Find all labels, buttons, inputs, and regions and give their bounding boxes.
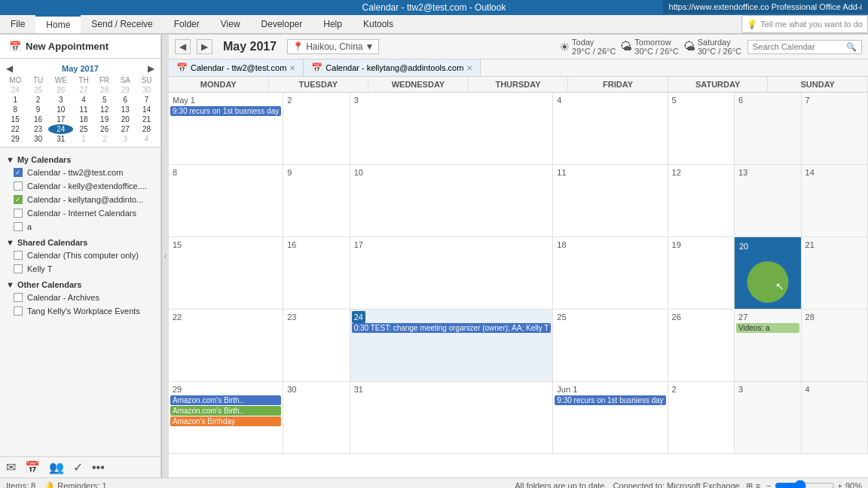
cal-cell-jun4[interactable]: 4 xyxy=(802,382,868,454)
zoom-slider[interactable] xyxy=(775,480,835,488)
mini-cal-day[interactable]: 4 xyxy=(73,95,94,105)
cal-cell-may1[interactable]: May 1 9:30 recurs on 1st busniess day xyxy=(169,93,283,165)
mini-cal-day[interactable]: 30 xyxy=(28,134,49,144)
other-calendars-header[interactable]: ▼ Other Calendars xyxy=(0,276,160,291)
cal-location[interactable]: 📍 Haikou, China ▼ xyxy=(287,39,379,54)
mini-cal-day[interactable]: 30 xyxy=(136,85,157,95)
tasks-nav-icon[interactable]: ✓ xyxy=(73,460,83,474)
my-calendars-header[interactable]: ▼ My Calendars xyxy=(0,151,160,166)
mini-cal-day[interactable]: 1 xyxy=(73,134,94,144)
mini-cal-day[interactable]: 8 xyxy=(3,105,28,114)
cal-cell-may14[interactable]: 14 xyxy=(802,165,868,237)
mini-cal-day[interactable]: 4 xyxy=(136,134,157,144)
calendar-view-icon[interactable]: ⊞ xyxy=(746,481,753,489)
cal-tab-close-kellytang[interactable]: ✕ xyxy=(466,64,472,72)
cal-cell-may30[interactable]: 30 xyxy=(283,382,350,454)
mini-cal-day[interactable]: 24 xyxy=(3,85,28,95)
cal-next-button[interactable]: ▶ xyxy=(197,39,212,54)
calendar-grid-scroll[interactable]: May 1 9:30 recurs on 1st busniess day 2 … xyxy=(169,93,868,477)
cal-cell-jun3[interactable]: 3 xyxy=(735,382,801,454)
cal-tab-kellytang[interactable]: 📅 Calendar - kellytang@addintools.com ✕ xyxy=(304,59,481,76)
calendar-checkbox-ttw2[interactable]: ✓ xyxy=(14,168,23,177)
shared-calendars-header[interactable]: ▼ Shared Calendars xyxy=(0,233,160,249)
tab-home[interactable]: Home xyxy=(35,15,81,33)
cal-cell-may22[interactable]: 22 xyxy=(169,310,283,382)
cal-cell-may26[interactable]: 26 xyxy=(668,310,735,382)
cal-tab-ttw2[interactable]: 📅 Calendar - ttw2@test.com ✕ xyxy=(169,59,304,76)
calendar-checkbox-archives[interactable] xyxy=(14,293,23,302)
tab-view[interactable]: View xyxy=(210,15,251,33)
mini-cal-day[interactable]: 26 xyxy=(48,85,73,95)
more-nav-icon[interactable]: ••• xyxy=(92,461,105,474)
tab-folder[interactable]: Folder xyxy=(164,15,210,33)
mini-cal-day[interactable]: 24 xyxy=(48,124,73,134)
mini-cal-day[interactable]: 3 xyxy=(48,95,73,105)
cal-event-test-may24[interactable]: 0:30 TEST: change meeting organizer (own… xyxy=(352,323,552,333)
calendar-item-tang-kelly[interactable]: Tang Kelly's Workplace Events xyxy=(0,304,160,318)
mini-cal-day[interactable]: 29 xyxy=(3,134,28,144)
people-nav-icon[interactable]: 👥 xyxy=(49,460,64,474)
mini-cal-day[interactable]: 14 xyxy=(136,105,157,114)
mini-cal-day[interactable]: 19 xyxy=(94,114,115,124)
calendar-item-kelly-extend[interactable]: Calendar - kelly@extendoffice.... xyxy=(0,179,160,193)
cal-cell-may3[interactable]: 3 xyxy=(350,93,554,165)
mini-cal-day[interactable]: 25 xyxy=(28,85,49,95)
cal-event-amazon2-may29[interactable]: Amazon.com's Birth.. xyxy=(170,406,281,416)
calendar-nav-icon[interactable]: 📅 xyxy=(25,460,40,474)
zoom-out-icon[interactable]: − xyxy=(766,481,771,488)
cal-cell-may11[interactable]: 11 xyxy=(553,165,668,237)
cal-cell-may12[interactable]: 12 xyxy=(668,165,735,237)
new-appointment-button[interactable]: 📅 New Appointment xyxy=(0,35,160,59)
cal-cell-may2[interactable]: 2 xyxy=(283,93,350,165)
zoom-control[interactable]: − + 90% xyxy=(766,480,862,488)
cal-cell-may15[interactable]: 15 xyxy=(169,237,283,310)
tell-me-box[interactable]: 💡 Tell me what you want to do xyxy=(741,15,868,33)
sidebar-collapse-handle[interactable]: ‹ xyxy=(161,35,169,477)
cal-cell-may17[interactable]: 17 xyxy=(350,237,554,310)
mini-cal-day[interactable]: 23 xyxy=(28,124,49,134)
tab-file[interactable]: File xyxy=(0,15,35,33)
mini-cal-day[interactable]: 17 xyxy=(48,114,73,124)
mail-nav-icon[interactable]: ✉ xyxy=(6,460,16,474)
mini-cal-day[interactable]: 9 xyxy=(28,105,49,114)
calendar-item-a[interactable]: a xyxy=(0,220,160,233)
cal-cell-jun1[interactable]: Jun 1 9:30 recurs on 1st busniess day xyxy=(553,382,668,454)
calendar-item-internet[interactable]: Calendar - Internet Calendars xyxy=(0,206,160,220)
calendar-checkbox-kellytang[interactable]: ✓ xyxy=(14,195,23,204)
cal-cell-may20[interactable]: 20 ↖ xyxy=(735,237,801,310)
mini-cal-day[interactable]: 16 xyxy=(28,114,49,124)
calendar-item-computer-only[interactable]: Calendar (This computer only) xyxy=(0,249,160,262)
mini-cal-day[interactable]: 22 xyxy=(3,124,28,134)
calendar-item-kelly-t[interactable]: Kelly T xyxy=(0,262,160,276)
calendar-search[interactable]: 🔍 xyxy=(747,40,862,54)
cal-cell-may8[interactable]: 8 xyxy=(169,165,283,237)
cal-tab-close-ttw2[interactable]: ✕ xyxy=(289,64,295,72)
mini-cal-day[interactable]: 10 xyxy=(48,105,73,114)
mini-cal-day[interactable]: 27 xyxy=(73,85,94,95)
cal-cell-may19[interactable]: 19 xyxy=(668,237,735,310)
cal-cell-may24[interactable]: 24 0:30 TEST: change meeting organizer (… xyxy=(350,310,554,382)
cal-event-amazon3-may29[interactable]: Amazon's Birthday xyxy=(170,416,281,426)
calendar-checkbox-kelly-extend[interactable] xyxy=(14,181,23,191)
tab-kutools[interactable]: Kutools xyxy=(353,15,404,33)
cal-cell-may13[interactable]: 13 xyxy=(735,165,801,237)
cal-cell-may25[interactable]: 25 xyxy=(553,310,668,382)
search-input[interactable] xyxy=(753,42,843,51)
mini-cal-day[interactable]: 21 xyxy=(136,114,157,124)
calendar-item-ttw2[interactable]: ✓ Calendar - ttw2@test.com xyxy=(0,166,160,179)
cal-event-recurring-jun1[interactable]: 9:30 recurs on 1st busniess day xyxy=(555,395,665,405)
calendar-checkbox-internet[interactable] xyxy=(14,209,23,218)
cal-cell-may18[interactable]: 18 xyxy=(553,237,668,310)
cal-cell-may31[interactable]: 31 xyxy=(350,382,554,454)
mini-cal-day[interactable]: 28 xyxy=(136,124,157,134)
mini-cal-day[interactable]: 20 xyxy=(115,114,136,124)
mini-cal-day[interactable]: 2 xyxy=(94,134,115,144)
mini-cal-day[interactable]: 18 xyxy=(73,114,94,124)
list-view-icon[interactable]: ≡ xyxy=(756,481,760,488)
tab-developer[interactable]: Developer xyxy=(251,15,313,33)
calendar-checkbox-computer-only[interactable] xyxy=(14,251,23,260)
tab-send-receive[interactable]: Send / Receive xyxy=(81,15,163,33)
mini-cal-day[interactable]: 11 xyxy=(73,105,94,114)
cal-cell-may29[interactable]: 29 Amazon.com's Birth.. Amazon.com's Bir… xyxy=(169,382,283,454)
mini-cal-day[interactable]: 27 xyxy=(115,124,136,134)
